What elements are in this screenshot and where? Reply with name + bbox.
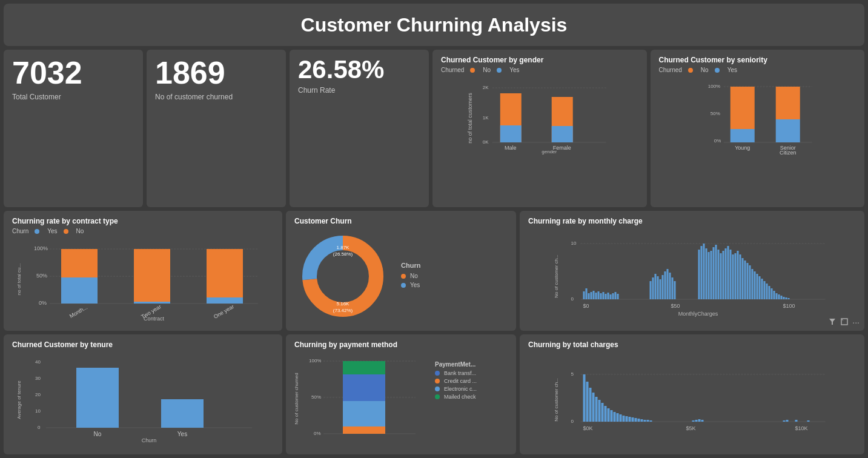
svg-text:Contract: Contract	[144, 316, 165, 322]
donut-svg: 1.87K (26.58%) 5.16K (73.42%)	[294, 228, 391, 325]
tenure-chart-title: Churned Customer by tenure	[12, 340, 274, 349]
svg-rect-59	[605, 294, 607, 299]
svg-text:5: 5	[571, 371, 574, 377]
seniority-legend: Churned No Yes	[659, 67, 856, 73]
elec-dot	[435, 387, 440, 391]
svg-rect-50	[583, 291, 585, 299]
svg-text:100%: 100%	[34, 245, 48, 251]
svg-rect-80	[708, 252, 710, 299]
more-options[interactable]: ···	[852, 317, 860, 327]
svg-rect-107	[774, 291, 775, 299]
svg-rect-64	[617, 294, 619, 299]
svg-text:0K: 0K	[483, 139, 489, 145]
svg-text:50%: 50%	[311, 394, 321, 400]
svg-text:50%: 50%	[710, 111, 720, 116]
svg-rect-109	[778, 294, 780, 299]
middle-col: Customer Churn 1.87K (26.58%) 5.16K (73.…	[286, 211, 516, 454]
dashboard: Customer Churning Analysis 7032 Total Cu…	[0, 0, 868, 458]
svg-rect-77	[701, 246, 703, 299]
svg-rect-100	[757, 274, 758, 299]
svg-text:$10K: $10K	[795, 425, 808, 431]
svg-rect-134	[608, 408, 610, 422]
payment-elec-legend: Electronic c...	[435, 386, 477, 392]
seniority-yes-label: Yes	[727, 67, 737, 73]
svg-rect-75	[674, 281, 676, 299]
monthly-svg: No of customer ch... 10 0	[528, 228, 856, 322]
svg-text:0%: 0%	[714, 138, 721, 144]
svg-text:Average of tenure: Average of tenure	[16, 380, 22, 419]
svg-rect-143	[635, 418, 637, 422]
expand-icon[interactable]	[840, 317, 849, 326]
svg-rect-66	[652, 277, 654, 299]
svg-rect-67	[655, 274, 657, 299]
monthly-card: Churning rate by monthly charge No of cu…	[520, 211, 864, 331]
svg-rect-102	[761, 279, 763, 299]
svg-rect-85	[720, 253, 722, 299]
svg-text:Yes: Yes	[177, 431, 187, 437]
svg-rect-79	[706, 248, 707, 299]
contract-no-dot	[64, 229, 68, 234]
contract-yes-label: Yes	[47, 228, 57, 234]
svg-text:no of total cu...: no of total cu...	[16, 264, 22, 295]
svg-rect-83	[715, 245, 717, 299]
svg-rect-93	[740, 254, 741, 299]
total-charges-card: Churning by total charges No of customer…	[520, 334, 864, 454]
donut-legend: Churn No Yes	[401, 262, 420, 291]
payment-electronic-bar	[343, 401, 385, 426]
tenure-chart-svg: Average of tenure 40 30 20 10 0 No Yes C…	[12, 351, 274, 442]
svg-rect-133	[605, 406, 607, 422]
svg-rect-97	[749, 265, 751, 299]
svg-rect-86	[723, 251, 724, 299]
svg-text:40: 40	[35, 359, 41, 365]
gender-no-label: No	[483, 67, 491, 73]
kpi-churned-value: 1869	[155, 56, 277, 90]
svg-rect-62	[612, 293, 614, 299]
svg-text:No of customer churned: No of customer churned	[294, 373, 299, 424]
svg-rect-155	[795, 420, 798, 422]
svg-text:No: No	[94, 431, 102, 437]
svg-rect-73	[669, 273, 671, 299]
kpi-rate-label: Churn Rate	[298, 86, 420, 95]
bank-label: Bank transf...	[444, 370, 476, 376]
svg-rect-61	[610, 294, 612, 299]
donut-yes-legend: Yes	[401, 282, 420, 288]
svg-rect-147	[647, 420, 649, 422]
svg-rect-71	[664, 271, 666, 299]
svg-rect-146	[644, 420, 646, 422]
svg-rect-137	[617, 413, 619, 422]
svg-text:Young: Young	[735, 145, 750, 151]
svg-rect-139	[623, 416, 625, 422]
contract-month-no-bar	[61, 249, 98, 281]
monthly-histogram	[583, 244, 790, 299]
payment-mailed-bar	[343, 361, 385, 374]
contract-churn-label: Churn	[12, 228, 28, 234]
svg-rect-53	[591, 292, 592, 299]
contract-legend: Churn Yes No	[12, 228, 274, 234]
svg-text:$100: $100	[783, 303, 795, 309]
gender-chart-svg: no of total customers 2K 1K 0K Male Fema…	[441, 76, 638, 154]
elec-label: Electronic c...	[444, 386, 477, 392]
svg-rect-52	[588, 293, 590, 299]
svg-rect-135	[611, 410, 613, 422]
kpi-total-label: Total Customer	[12, 93, 134, 101]
payment-container: No of customer churned 100% 50% 0%	[294, 351, 508, 448]
seniority-legend-churned: Churned	[659, 67, 682, 73]
donut-yes-pct: (26.58%)	[333, 251, 353, 257]
svg-rect-70	[662, 275, 664, 299]
svg-rect-76	[698, 250, 700, 299]
contract-twoyear-yes-bar	[134, 302, 170, 304]
svg-rect-150	[695, 420, 698, 422]
svg-rect-105	[769, 286, 770, 299]
svg-text:Citizen: Citizen	[779, 150, 796, 154]
donut-no-text: No	[410, 273, 418, 279]
svg-rect-138	[620, 414, 622, 422]
gender-yes-label: Yes	[509, 67, 519, 73]
filter-icon[interactable]	[828, 317, 837, 326]
svg-rect-99	[754, 271, 756, 299]
gender-chart-title: Churned Customer by gender	[441, 56, 638, 64]
seniority-young-yes-bar	[730, 129, 754, 142]
svg-rect-104	[766, 284, 768, 299]
donut-yes-label: 1.87K	[337, 245, 350, 250]
seniority-chart-title: Churned Customer by seniority	[659, 56, 856, 64]
svg-text:$5K: $5K	[686, 425, 696, 431]
